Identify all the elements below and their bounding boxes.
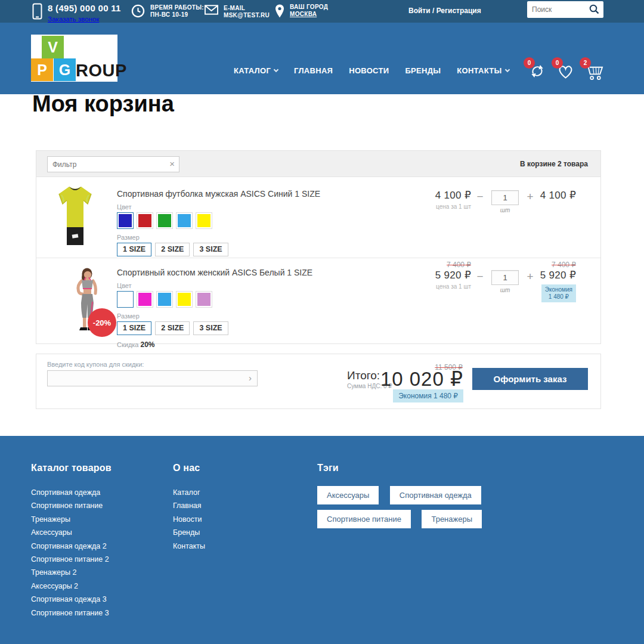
cart-item-row: Спортивная футболка мужская ASICS Синий … bbox=[36, 177, 600, 258]
tag-chip[interactable]: Тренажеры bbox=[422, 510, 482, 528]
hours-value: ПН-ВС 10-19 bbox=[150, 11, 204, 18]
clock-icon bbox=[131, 4, 145, 18]
color-swatch[interactable] bbox=[137, 291, 153, 308]
nav-brands[interactable]: БРЕНДЫ bbox=[405, 66, 441, 75]
color-label: Цвет bbox=[117, 282, 312, 289]
size-option[interactable]: 1 SIZE bbox=[117, 321, 151, 335]
search-input[interactable] bbox=[532, 1, 587, 18]
footer-link[interactable]: Аксессуары 2 bbox=[31, 580, 112, 593]
footer-link[interactable]: Новости bbox=[173, 513, 205, 526]
logo-block-p: P bbox=[31, 58, 53, 81]
wishlist-button[interactable]: 0 bbox=[556, 57, 577, 80]
qty-input[interactable] bbox=[491, 270, 519, 285]
unit-price: 4 100 ₽ bbox=[373, 189, 471, 202]
nav-contacts[interactable]: КОНТАКТЫ bbox=[457, 66, 509, 75]
footer-link[interactable]: Спортивная одежда 3 bbox=[31, 593, 112, 606]
product-title[interactable]: Спортивная футболка мужская ASICS Синий … bbox=[117, 189, 320, 199]
main-header: V P G ROUP КАТАЛОГ ГЛАВНАЯ НОВОСТИ БРЕНД… bbox=[0, 23, 644, 94]
email-label: E-MAIL bbox=[224, 5, 270, 12]
chevron-down-icon bbox=[504, 67, 509, 72]
footer-link[interactable]: Спортивная одежда bbox=[31, 486, 112, 499]
footer-catalog-title: Каталог товаров bbox=[31, 463, 112, 473]
economy-badge: Экономия1 480 ₽ bbox=[541, 284, 576, 302]
main-nav: КАТАЛОГ ГЛАВНАЯ НОВОСТИ БРЕНДЫ КОНТАКТЫ bbox=[234, 66, 509, 75]
color-swatch[interactable] bbox=[117, 291, 134, 308]
footer-link[interactable]: Спортивное питание 3 bbox=[31, 606, 112, 620]
size-options: 1 SIZE 2 SIZE 3 SIZE bbox=[117, 243, 320, 256]
qty-decrease-button[interactable]: − bbox=[471, 270, 489, 283]
color-swatch[interactable] bbox=[156, 212, 173, 229]
row-total-price: 4 100 ₽ bbox=[539, 189, 576, 202]
qty-decrease-button[interactable]: − bbox=[471, 190, 489, 203]
footer-link[interactable]: Главная bbox=[173, 499, 205, 512]
qty-input[interactable] bbox=[491, 190, 519, 205]
clear-filter-icon[interactable]: × bbox=[169, 159, 175, 169]
callback-link[interactable]: Заказать звонок bbox=[48, 16, 99, 23]
city-link[interactable]: МОСКВА bbox=[290, 11, 317, 17]
footer-link[interactable]: Тренажеры bbox=[31, 513, 112, 526]
checkout-button[interactable]: Оформить заказ bbox=[472, 368, 588, 390]
footer-link[interactable]: Аксессуары bbox=[31, 526, 112, 539]
color-swatch[interactable] bbox=[196, 212, 212, 229]
footer-link[interactable]: Спортивное питание bbox=[31, 499, 112, 512]
cart-button[interactable]: 2 bbox=[584, 57, 605, 80]
tag-chip[interactable]: Спортивная одежда bbox=[390, 486, 481, 504]
nav-home[interactable]: ГЛАВНАЯ bbox=[294, 66, 333, 75]
login-register-link[interactable]: Войти / Регистрация bbox=[408, 7, 481, 15]
header-icons: 0 0 2 bbox=[528, 57, 605, 80]
footer-link[interactable]: Спортивная одежда 2 bbox=[31, 540, 112, 553]
size-option[interactable]: 1 SIZE bbox=[117, 243, 151, 256]
color-swatch[interactable] bbox=[156, 291, 173, 308]
size-option[interactable]: 2 SIZE bbox=[155, 243, 190, 256]
price-controls: 7 400 ₽ 5 920 ₽ цена за 1 шт − шт + 7 40… bbox=[373, 261, 576, 302]
color-swatch[interactable] bbox=[117, 212, 134, 229]
nav-catalog[interactable]: КАТАЛОГ bbox=[234, 66, 278, 75]
color-swatch[interactable] bbox=[137, 212, 153, 229]
color-label: Цвет bbox=[117, 203, 320, 210]
phone-number: 8 (495) 000 00 11 bbox=[48, 3, 121, 13]
phone-block: 8 (495) 000 00 11 Заказать звонок bbox=[32, 3, 121, 24]
tag-chip[interactable]: Спортивное питание bbox=[317, 510, 411, 528]
search-icon[interactable] bbox=[589, 4, 599, 14]
cart-count-badge: 2 bbox=[580, 57, 591, 69]
cart-items-count: В корзине 2 товара bbox=[520, 160, 588, 168]
color-swatches bbox=[117, 291, 312, 308]
footer-link[interactable]: Тренажеры 2 bbox=[31, 566, 112, 579]
total-label: Итого: bbox=[347, 369, 380, 382]
footer-link[interactable]: Спортивное питание 2 bbox=[31, 553, 112, 566]
apply-coupon-icon[interactable]: › bbox=[249, 373, 252, 383]
page: 8 (495) 000 00 11 Заказать звонок ВРЕМЯ … bbox=[0, 0, 644, 644]
coupon-input[interactable] bbox=[52, 371, 246, 386]
footer-about-title: О нас bbox=[173, 463, 205, 473]
location-pin-icon bbox=[275, 4, 284, 18]
unit-price: 5 920 ₽ bbox=[373, 269, 471, 281]
logo[interactable]: V P G ROUP bbox=[31, 35, 117, 82]
compare-button[interactable]: 0 bbox=[528, 57, 549, 80]
compare-count-badge: 0 bbox=[524, 57, 535, 69]
color-swatch[interactable] bbox=[176, 291, 193, 308]
unit-price-label: цена за 1 шт bbox=[373, 203, 471, 210]
footer-link[interactable]: Контакты bbox=[173, 540, 205, 553]
tag-chip[interactable]: Аксессуары bbox=[317, 486, 379, 504]
cart-item-row: -20% Спортивный костюм женский ASICS Бел… bbox=[36, 258, 600, 343]
product-photo-tshirt[interactable] bbox=[54, 184, 96, 250]
footer-link[interactable]: Каталог bbox=[173, 486, 205, 499]
size-option[interactable]: 2 SIZE bbox=[155, 321, 190, 335]
price-controls: 4 100 ₽ цена за 1 шт − шт + 4 100 ₽ bbox=[373, 189, 576, 213]
footer-link[interactable]: Бренды bbox=[173, 526, 205, 539]
nav-news[interactable]: НОВОСТИ bbox=[349, 66, 389, 75]
qty-increase-button[interactable]: + bbox=[521, 270, 539, 283]
color-swatch[interactable] bbox=[176, 212, 193, 229]
economy-badge: Экономия 1 480 ₽ bbox=[393, 389, 463, 402]
logo-block-g: G bbox=[54, 58, 76, 81]
qty-unit-label: шт bbox=[489, 287, 521, 293]
qty-increase-button[interactable]: + bbox=[521, 190, 539, 203]
email-link[interactable]: MSK@TEST.RU bbox=[224, 12, 270, 18]
filter-input[interactable] bbox=[52, 157, 163, 172]
coupon-field: › bbox=[47, 370, 258, 386]
size-option[interactable]: 3 SIZE bbox=[193, 243, 228, 256]
color-swatch[interactable] bbox=[196, 291, 212, 308]
email-block: E-MAIL MSK@TEST.RU bbox=[205, 5, 270, 19]
product-title[interactable]: Спортивный костюм женский ASICS Белый 1 … bbox=[117, 268, 312, 277]
size-option[interactable]: 3 SIZE bbox=[193, 321, 228, 335]
